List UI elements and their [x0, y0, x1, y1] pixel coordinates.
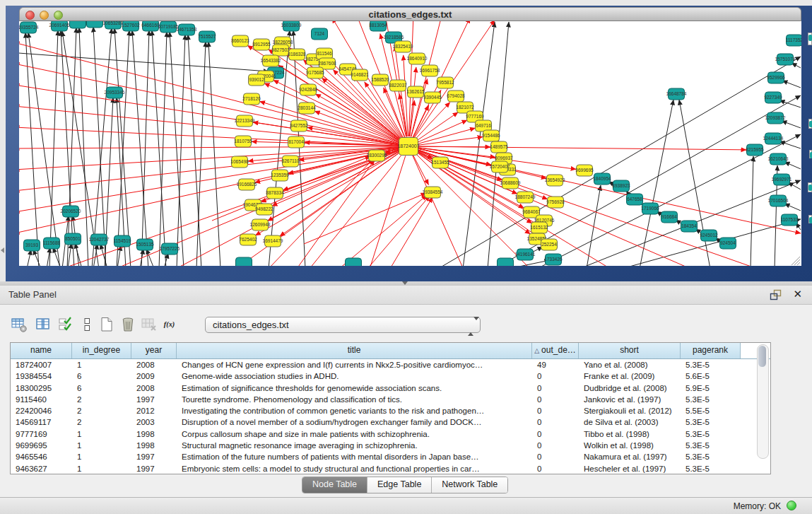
- delete-trash-icon[interactable]: [119, 315, 137, 334]
- collapse-panel-arrow-icon[interactable]: [1, 247, 4, 253]
- scrollbar-thumb[interactable]: [758, 346, 766, 367]
- window-sliver: [808, 33, 812, 45]
- vertical-scrollbar[interactable]: [757, 344, 769, 459]
- column-header[interactable]: title: [177, 343, 532, 358]
- table-cell: 2008: [131, 382, 177, 394]
- table-row[interactable]: 1872400712008Changes of HCN gene express…: [11, 359, 770, 370]
- graph-node-label: 8813054: [369, 23, 387, 28]
- graph-node-label: 184354: [681, 223, 697, 228]
- float-panel-icon[interactable]: [770, 289, 782, 300]
- close-panel-icon[interactable]: ✕: [793, 288, 802, 300]
- table-cell: 5.6E-5: [681, 370, 741, 382]
- network-canvas[interactable]: 1935572420691406106532871527602646616010…: [19, 21, 801, 266]
- new-table-icon[interactable]: [98, 315, 116, 334]
- function-builder-icon[interactable]: f(x): [163, 315, 181, 334]
- graph-node-label: 7515527: [198, 34, 216, 39]
- divider-handle-icon[interactable]: [402, 281, 408, 285]
- graph-edge: [19, 146, 399, 148]
- table-row[interactable]: 969969511998Structural magnetic resonanc…: [11, 440, 770, 451]
- network-canvas-host: 1935572420691406106532871527602646616010…: [19, 21, 801, 266]
- merge-tables-icon[interactable]: [78, 315, 96, 334]
- table-cell: 1997: [131, 451, 177, 462]
- network-window-titlebar[interactable]: citations_edges.txt: [19, 7, 801, 21]
- graph-node-label: 1733426: [544, 257, 563, 262]
- graph-node-label: 8215955: [746, 147, 764, 152]
- graph-node-label: 8427552: [290, 123, 308, 128]
- column-header[interactable]: in_degree: [72, 343, 131, 358]
- table-settings-icon[interactable]: [10, 315, 28, 334]
- graph-node-label: 19166825: [237, 182, 257, 187]
- table-row[interactable]: 1456911722003Disruption of a novel membe…: [11, 416, 770, 428]
- status-bar: Memory: OK: [0, 497, 812, 514]
- table-row[interactable]: 946362711997Embryonic stem cells: a mode…: [11, 463, 770, 474]
- column-header[interactable]: short: [579, 343, 681, 358]
- column-header[interactable]: year: [131, 343, 177, 358]
- select-rows-icon[interactable]: [57, 315, 75, 334]
- graph-node-label: 18640910: [407, 56, 428, 61]
- table-row[interactable]: 2242004622012Investigating the contribut…: [11, 405, 770, 416]
- graph-node-label: 1840954: [593, 176, 611, 181]
- table-cell: 49: [532, 359, 579, 370]
- table-cell: 0: [532, 440, 579, 451]
- graph-edge: [79, 28, 88, 266]
- graph-node[interactable]: [70, 21, 86, 28]
- graph-node-label: 649716: [476, 123, 491, 128]
- graph-node-label: 13654923: [545, 177, 565, 182]
- table-cell: Changes of HCN gene expression and I(f) …: [177, 359, 532, 370]
- select-columns-icon[interactable]: [34, 315, 52, 334]
- graph-edge: [19, 147, 399, 170]
- graph-node-label: 12609948: [250, 222, 271, 227]
- network-view-panel: citations_edges.txt 19355724206914061065…: [6, 6, 812, 281]
- graph-node-label: 8878334: [266, 190, 284, 195]
- graph-node-label: 1588520: [371, 77, 389, 82]
- graph-node-label: 1107533: [781, 217, 799, 222]
- graph-node-label: 2867608: [318, 61, 336, 66]
- table-cell: Hescheler et al. (1997): [579, 463, 681, 474]
- table-cell: 5.3E-5: [681, 463, 741, 474]
- graph-node[interactable]: [236, 257, 252, 266]
- table-cell: Yano et al. (2008): [579, 359, 681, 370]
- table-selector-dropdown[interactable]: citations_edges.txt: [205, 317, 481, 333]
- table-row[interactable]: 946554611997Estimation of the future num…: [11, 451, 770, 462]
- graph-node-label: 9756928: [546, 199, 565, 204]
- graph-node-label: 19355724: [19, 25, 39, 30]
- graph-edge: [19, 148, 399, 191]
- control-panel-edge: [0, 6, 6, 281]
- graph-node[interactable]: [346, 258, 362, 266]
- window-resize-grip[interactable]: [792, 257, 800, 265]
- graph-node[interactable]: [87, 21, 103, 28]
- graph-node-label: 15720407: [490, 164, 510, 169]
- tab-network-table[interactable]: Network Table: [432, 477, 507, 493]
- table-row[interactable]: 911546021997Tourette syndrome. Phenomeno…: [11, 394, 770, 405]
- graph-node-label: 1235359: [271, 173, 289, 177]
- column-header[interactable]: △out_de…: [532, 343, 579, 358]
- graph-node-label: 647658: [627, 197, 642, 201]
- table-row[interactable]: 1938455462009Genome-wide association stu…: [11, 370, 770, 382]
- table-cell: 5.3E-5: [681, 440, 741, 451]
- graph-edge: [19, 148, 399, 212]
- graph-node-label: 8660123: [231, 38, 249, 43]
- graph-node-label: 19384554: [423, 189, 443, 194]
- tab-node-table[interactable]: Node Table: [302, 477, 367, 493]
- graph-node-label: 18300295: [367, 153, 387, 158]
- table-row[interactable]: 977716911998Corpus callosum shape and si…: [11, 428, 770, 440]
- table-cell: Embryonic stem cells: a model to study s…: [177, 463, 532, 474]
- column-header[interactable]: pagerank: [681, 343, 741, 358]
- graph-node-label: 18226058: [273, 40, 293, 45]
- table-cell: Wolkin et al. (1998): [579, 440, 681, 451]
- graph-edge: [413, 156, 466, 266]
- tab-edge-table[interactable]: Edge Table: [367, 477, 432, 493]
- table-cell: Tibbo et al. (1998): [579, 428, 681, 440]
- graph-node-label: 9227349: [764, 95, 782, 100]
- table-cell: 9465546: [11, 451, 72, 462]
- graph-node-label: 817004: [288, 139, 304, 144]
- table-cell: Stergiakouli et al. (2012): [579, 405, 681, 416]
- column-header[interactable]: name: [11, 343, 72, 358]
- graph-node-label: 20953346: [105, 90, 125, 95]
- graph-edge: [751, 156, 753, 266]
- table-row[interactable]: 1830029562008Estimation of significance …: [11, 382, 770, 394]
- graph-node[interactable]: [498, 258, 514, 266]
- table-cell: 1: [72, 359, 131, 370]
- graph-node-label: 8096937: [495, 156, 513, 160]
- graph-node-label: 1117352: [786, 37, 801, 42]
